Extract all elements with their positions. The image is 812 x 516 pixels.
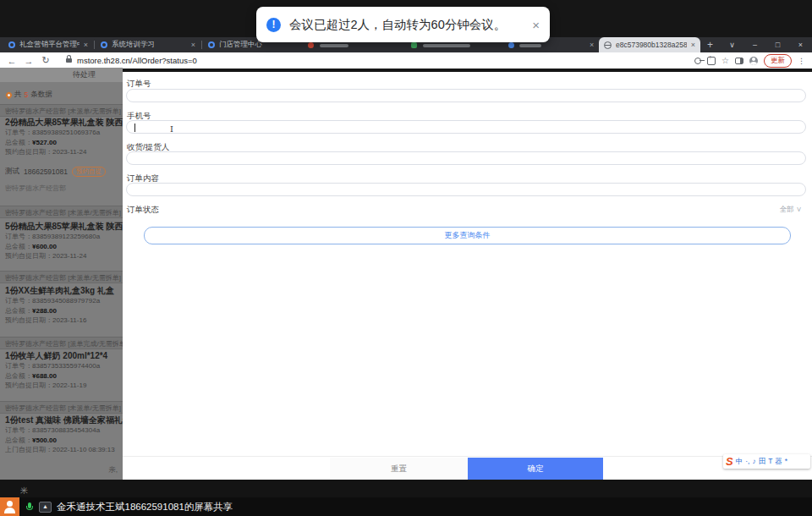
ime-voice-icon[interactable]: ♪ bbox=[752, 454, 755, 469]
form-button-bar: 重置 确定 bbox=[123, 456, 812, 480]
tab-close-icon[interactable]: × bbox=[84, 41, 88, 49]
window-close-button[interactable]: × bbox=[789, 41, 812, 49]
new-tab-button[interactable]: + bbox=[707, 39, 713, 51]
field-label-status: 订单状态 bbox=[127, 205, 159, 216]
order-content-input[interactable] bbox=[126, 183, 806, 196]
sidebar-tab-pending[interactable]: 待处理 bbox=[0, 68, 123, 82]
ime-toolbox-icon[interactable]: 器 bbox=[775, 454, 782, 469]
hidden-tab-text bbox=[519, 44, 541, 47]
order-card[interactable]: 1份XX生鲜羊肉礼盒3kg 礼盒 订单号：83859345088979792a … bbox=[5, 285, 123, 326]
tab-active-hash[interactable]: e8c573980b1328a258fd2e618 × bbox=[599, 37, 700, 52]
sogou-logo-icon[interactable]: S bbox=[726, 454, 733, 469]
globe-icon bbox=[604, 41, 612, 49]
address-bar[interactable]: mstore.th28.cn/AllOrder?status=0 bbox=[77, 56, 197, 65]
pickup-date: 2022-11-10 08:39:13 bbox=[52, 446, 115, 453]
confirm-button[interactable]: 确定 bbox=[468, 458, 603, 480]
info-icon: ! bbox=[266, 18, 281, 32]
forward-icon[interactable]: → bbox=[20, 56, 37, 66]
ime-mode-chinese-icon[interactable]: 中 bbox=[736, 454, 743, 469]
window-maximize-button[interactable]: □ bbox=[766, 41, 789, 49]
tab-close-icon[interactable]: × bbox=[590, 41, 594, 49]
share-icon[interactable] bbox=[707, 57, 716, 65]
tab-gift-platform[interactable]: 礼盒营销平台管理中心 × bbox=[3, 37, 93, 52]
side-panel-icon[interactable] bbox=[735, 58, 743, 64]
tab-training[interactable]: 系统培训学习 × bbox=[96, 37, 200, 52]
tab-close-icon[interactable]: × bbox=[691, 41, 695, 49]
order-amount: ¥527.00 bbox=[32, 139, 57, 146]
reset-button[interactable]: 重置 bbox=[330, 458, 468, 480]
contact-row: 测试 18662591081 预约自提 bbox=[5, 167, 123, 177]
profile-avatar-icon[interactable] bbox=[749, 57, 758, 65]
consignee-input[interactable] bbox=[126, 151, 806, 165]
browser-more-menu-icon[interactable]: ⋮ bbox=[798, 57, 805, 65]
chrome-update-button[interactable]: 更新 bbox=[764, 54, 792, 68]
order-amount: ¥600.00 bbox=[32, 243, 57, 250]
browser-toolbar: ← → ↻ mstore.th28.cn/AllOrder?status=0 ☆… bbox=[0, 52, 812, 69]
password-key-icon[interactable] bbox=[694, 58, 701, 64]
phone-input[interactable] bbox=[126, 120, 806, 134]
product-name: 5份精品大果85苹果礼盒装 陕西洛阳16 bbox=[5, 221, 123, 232]
merchant-header: 密特罗德水产经营部 [派单完成/无需拆单] bbox=[0, 337, 123, 349]
hidden-tab-icon bbox=[508, 42, 514, 48]
order-card[interactable]: 2份精品大果85苹果礼盒装 陕西洛阳16 订单号：838593892510693… bbox=[5, 117, 123, 193]
status-select[interactable]: 全部 ∨ bbox=[780, 205, 802, 215]
ime-skin-icon[interactable]: T bbox=[768, 454, 772, 469]
more-filters-button[interactable]: 更多查询条件 bbox=[144, 227, 791, 244]
order-amount: ¥288.00 bbox=[32, 307, 57, 315]
product-name: 2份精品大果85苹果礼盒装 陕西洛阳16 bbox=[5, 117, 123, 128]
window-minimize-button[interactable]: – bbox=[743, 41, 766, 49]
order-card[interactable]: 1份test 真滋味 佛跳墙全家福礼盒 订单号：8385730883545430… bbox=[5, 414, 123, 455]
tab-title: e8c573980b1328a258fd2e618 bbox=[616, 41, 687, 49]
product-name: 1份XX生鲜羊肉礼盒3kg 礼盒 bbox=[5, 285, 123, 296]
screen-share-icon[interactable]: ▲ bbox=[39, 502, 52, 513]
order-card[interactable]: 1份牧羊人鲜奶 200ml*12*4 订单号：83857353355974400… bbox=[5, 350, 123, 391]
merchant-header: 密特罗德水产经营部 [未派单/无需拆单] bbox=[0, 271, 123, 283]
merchant-header: 密特罗德水产经营部 [未派单/无需拆单] bbox=[0, 206, 123, 218]
ime-toolbar: S 中 ·, ♪ 田 T 器 * bbox=[723, 454, 810, 469]
order-card[interactable]: 5份精品大果85苹果礼盒装 陕西洛阳16 订单号：838593891232596… bbox=[5, 221, 123, 261]
store-name: 密特罗德水产经营部 bbox=[5, 184, 123, 193]
order-list-sidebar: 待处理 共5条数据 密特罗德水产经营部 [未派单/无需拆单] 2份精品大果85苹… bbox=[0, 68, 123, 480]
text-caret bbox=[134, 124, 135, 132]
partial-dimmed-text: 米 bbox=[20, 486, 28, 497]
pickup-badge: 预约自提 bbox=[72, 167, 106, 177]
order-count-number: 5 bbox=[25, 91, 29, 99]
product-name: 1份test 真滋味 佛跳墙全家福礼盒 bbox=[5, 414, 123, 425]
ime-symbols-icon[interactable]: 田 bbox=[759, 454, 766, 469]
order-no-input[interactable] bbox=[126, 89, 806, 102]
order-number: 83857308835454304a bbox=[32, 426, 100, 434]
reload-icon[interactable]: ↻ bbox=[37, 55, 54, 66]
order-amount: ¥688.00 bbox=[32, 372, 57, 380]
back-icon[interactable]: ← bbox=[3, 56, 20, 66]
order-number: 83857353355974400a bbox=[32, 362, 100, 370]
product-name: 1份牧羊人鲜奶 200ml*12*4 bbox=[5, 350, 123, 361]
tab-title: 礼盒营销平台管理中心 bbox=[19, 40, 80, 50]
ime-punctuation-icon[interactable]: ·, bbox=[745, 454, 749, 469]
order-number: 83859389251069376a bbox=[32, 129, 100, 136]
ime-settings-icon[interactable]: * bbox=[785, 454, 787, 469]
screen-share-label: 金禾通技术王斌18662591081的屏幕共享 bbox=[57, 501, 233, 513]
presenter-avatar-icon[interactable] bbox=[0, 497, 19, 516]
meeting-banner-text: 会议已超过2人，自动转为60分钟会议。 bbox=[289, 17, 506, 33]
merchant-header: 密特罗德水产经营部 [未派单/无需拆单] bbox=[0, 104, 123, 117]
microphone-icon[interactable] bbox=[26, 502, 33, 512]
site-icon bbox=[101, 41, 107, 48]
pickup-date: 2023-11-16 bbox=[52, 316, 86, 324]
tab-title: 系统培训学习 bbox=[112, 40, 187, 50]
window-controls: ∨ – □ × bbox=[721, 37, 812, 52]
order-count: 共5条数据 bbox=[6, 90, 52, 100]
order-amount: ¥500.00 bbox=[32, 436, 57, 444]
partial-greeting-text: 亲, bbox=[108, 465, 118, 475]
site-icon bbox=[208, 41, 215, 48]
site-icon bbox=[8, 41, 15, 48]
contact-name: 测试 bbox=[5, 167, 19, 177]
browser-menu-chevron[interactable]: ∨ bbox=[721, 41, 743, 49]
viewport-bottom-strip: 米 bbox=[0, 480, 812, 497]
bookmark-star-icon[interactable]: ☆ bbox=[721, 56, 729, 65]
tab-close-icon[interactable]: × bbox=[191, 41, 195, 49]
banner-close-icon[interactable]: × bbox=[532, 18, 540, 32]
mouse-ibeam-cursor: I bbox=[170, 124, 173, 134]
order-number: 83859345088979792a bbox=[32, 297, 100, 305]
lock-icon[interactable] bbox=[66, 58, 72, 63]
contact-phone: 18662591081 bbox=[24, 167, 68, 176]
